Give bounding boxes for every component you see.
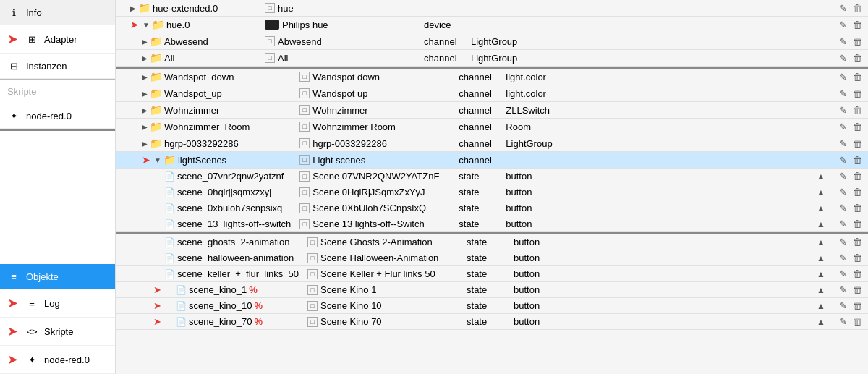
expand-icon[interactable]: ▶ (142, 90, 148, 98)
row-displayname: □ Scene Keller + Flur links 50 (303, 266, 462, 282)
sidebar-item-objekte[interactable]: ≡ Objekte (0, 264, 115, 289)
delete-button[interactable]: 🗑 (851, 155, 864, 166)
table-row[interactable]: 📄 scene_13_lights-off--switch □ Scene 13… (116, 216, 868, 232)
sidebar-item-info[interactable]: ℹ Info (0, 0, 115, 25)
table-row[interactable]: 📄 scene_ghosts_2-animation □ Scene Ghost… (116, 234, 868, 250)
table-row[interactable]: 📄 scene_halloween-animation □ Scene Hall… (116, 250, 868, 266)
table-row[interactable]: 📄 scene_keller_+_flur_links_50 □ Scene K… (116, 266, 868, 282)
delete-button[interactable]: 🗑 (851, 20, 864, 30)
table-row[interactable]: 📄 scene_07vnr2qnw2yatznf □ Scene 07VNR2Q… (116, 169, 868, 184)
row-spacer (577, 169, 810, 184)
delete-button[interactable]: 🗑 (851, 122, 864, 132)
row-actions: ✎ 🗑 (832, 200, 868, 216)
sidebar-item-log[interactable]: ➤ ≡ Log (0, 289, 115, 318)
row-flag (810, 102, 832, 119)
sidebar: ℹ Info ➤ ⊞ Adapter ⊟ Instanzen Skripte ✦… (0, 0, 116, 374)
folder-icon: 📁 (150, 71, 162, 82)
row-role: Room (501, 119, 577, 135)
sidebar-item-skripte2[interactable]: ➤ <> Skripte (0, 318, 115, 346)
edit-button[interactable]: ✎ (838, 72, 848, 82)
expand-icon[interactable]: ▶ (142, 73, 148, 81)
table-row[interactable]: ▶ 📁 hue-extended.0 □ hue (116, 0, 868, 17)
edit-button[interactable]: ✎ (838, 316, 848, 327)
table-row-lightscenes[interactable]: ➤ ▼ 📁 lightScenes □ Light scenes channel (116, 152, 868, 169)
delete-button[interactable]: 🗑 (851, 268, 864, 279)
table-row[interactable]: ▶ 📁 Wohnzimmer □ Wohnzimmer channel ZLLS… (116, 102, 868, 119)
folder-icon: 📁 (150, 88, 162, 99)
delete-button[interactable]: 🗑 (851, 36, 864, 47)
expand-icon[interactable]: ▶ (130, 4, 136, 12)
delete-button[interactable]: 🗑 (851, 72, 864, 82)
edit-button[interactable]: ✎ (838, 3, 848, 14)
edit-button[interactable]: ✎ (838, 218, 848, 229)
delete-button[interactable]: 🗑 (851, 138, 864, 149)
sidebar-item-skripte-top[interactable]: Skripte (0, 79, 115, 103)
edit-button[interactable]: ✎ (838, 36, 848, 47)
item-name: scene_ghosts_2-animation (177, 237, 289, 247)
expand-icon[interactable]: ▶ (142, 140, 148, 148)
sidebar-item-node-red-bot[interactable]: ➤ ✦ node-red.0 (0, 346, 115, 374)
edit-button[interactable]: ✎ (838, 122, 848, 132)
item-name: scene_halloween-animation (177, 252, 294, 263)
table-row[interactable]: 📄 scene_0xbuloh7scnpsixq □ Scene 0XbUloh… (116, 200, 868, 216)
edit-button[interactable]: ✎ (838, 171, 848, 182)
edit-button[interactable]: ✎ (838, 187, 848, 197)
table-row[interactable]: ▶ 📁 hgrp-0033292286 □ hgrp-0033292286 ch… (116, 135, 868, 152)
expand-icon[interactable]: ▶ (142, 54, 148, 62)
edit-button[interactable]: ✎ (838, 88, 848, 99)
item-name: scene_keller_+_flur_links_50 (177, 268, 299, 279)
expand-icon[interactable]: ▶ (142, 106, 148, 114)
expand-icon[interactable]: ▼ (154, 156, 161, 164)
sidebar-item-node-red-top[interactable]: ✦ node-red.0 (0, 103, 115, 129)
edit-button[interactable]: ✎ (838, 284, 848, 295)
expand-icon[interactable]: ▶ (142, 38, 148, 46)
row-triangle-flag: ▲ (810, 234, 832, 250)
sidebar-item-adapter[interactable]: ➤ ⊞ Adapter (0, 25, 115, 54)
table-row[interactable]: ➤ 📄 scene_kino_70 % □ Scene Kino 70 stat… (116, 314, 868, 330)
delete-button[interactable]: 🗑 (851, 252, 864, 263)
edit-button[interactable]: ✎ (838, 252, 848, 263)
table-row[interactable]: 📄 scene_0hqirjjsqmxzxyj □ Scene 0HqiRjJS… (116, 184, 868, 200)
delete-button[interactable]: 🗑 (851, 187, 864, 197)
sidebar-item-instanzen[interactable]: ⊟ Instanzen (0, 54, 115, 79)
edit-button[interactable]: ✎ (838, 105, 848, 116)
edit-button[interactable]: ✎ (838, 268, 848, 279)
table-3: 📄 scene_ghosts_2-animation □ Scene Ghost… (116, 234, 868, 330)
table-row[interactable]: ▶ 📁 All □ All channel LightGroup (116, 50, 868, 67)
row-actions: ✎ 🗑 (832, 314, 868, 330)
row-spacer (577, 85, 810, 102)
row-spacer (585, 250, 810, 266)
delete-button[interactable]: 🗑 (851, 171, 864, 182)
table-row[interactable]: ▶ 📁 Wohnzimmer_Room □ Wohnzimmer Room ch… (116, 119, 868, 135)
delete-button[interactable]: 🗑 (851, 105, 864, 116)
row-displayname: □ Scene 0HqiRjJSqmxZxYyJ (295, 184, 454, 200)
edit-button[interactable]: ✎ (838, 300, 848, 311)
table-row[interactable]: ▶ 📁 Wandspot_down □ Wandspot down channe… (116, 69, 868, 85)
delete-button[interactable]: 🗑 (851, 203, 864, 213)
delete-button[interactable]: 🗑 (851, 284, 864, 295)
delete-button[interactable]: 🗑 (851, 237, 864, 247)
edit-button[interactable]: ✎ (838, 203, 848, 213)
delete-button[interactable]: 🗑 (851, 88, 864, 99)
expand-icon[interactable]: ▼ (142, 21, 150, 29)
row-role: light.color (501, 69, 577, 85)
table-row[interactable]: ➤ ▼ 📁 hue.0 Philips hue device (116, 17, 868, 33)
delete-button[interactable]: 🗑 (851, 3, 864, 14)
display-name-text: Wohnzimmer Room (312, 122, 396, 132)
row-name-all: ▶ 📁 All (116, 50, 260, 67)
delete-button[interactable]: 🗑 (851, 53, 864, 64)
table-row[interactable]: ➤ 📄 scene_kino_1 % □ Scene Kino 1 state (116, 282, 868, 298)
table-row[interactable]: ▶ 📁 Wandspot_up □ Wandspot up channel li… (116, 85, 868, 102)
delete-button[interactable]: 🗑 (851, 316, 864, 327)
delete-button[interactable]: 🗑 (851, 218, 864, 229)
edit-button[interactable]: ✎ (838, 138, 848, 149)
edit-button[interactable]: ✎ (838, 20, 848, 30)
edit-button[interactable]: ✎ (838, 237, 848, 247)
table-row[interactable]: ▶ 📁 Abwesend □ Abwesend channel LightGro… (116, 33, 868, 50)
edit-button[interactable]: ✎ (838, 53, 848, 64)
expand-icon[interactable]: ▶ (142, 123, 148, 131)
table-row[interactable]: ➤ 📄 scene_kino_10 % □ Scene Kino 10 stat… (116, 298, 868, 314)
edit-button[interactable]: ✎ (838, 155, 848, 166)
row-role: ZLLSwitch (501, 102, 577, 119)
delete-button[interactable]: 🗑 (851, 300, 864, 311)
